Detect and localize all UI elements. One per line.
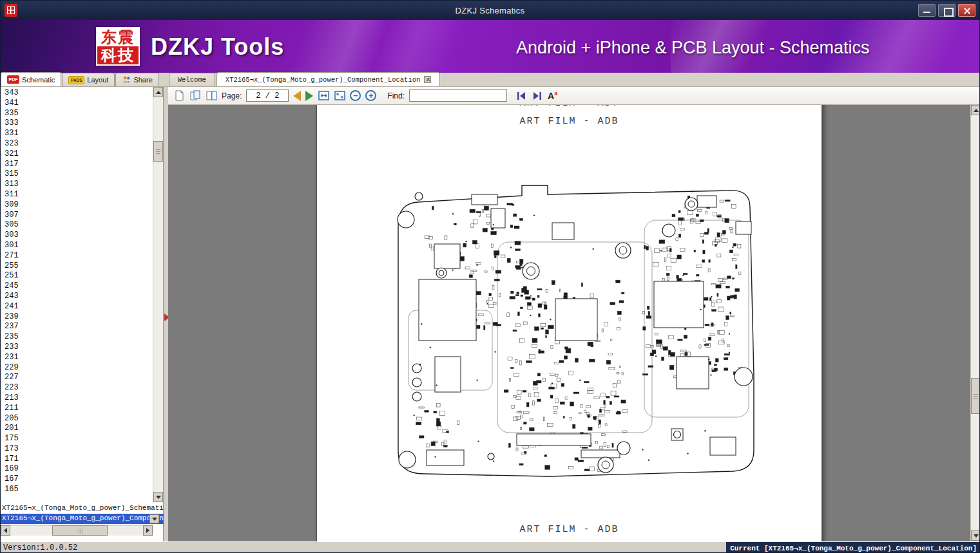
dzkj-logo: 东震 科技: [96, 27, 140, 66]
fit-width-icon[interactable]: [318, 90, 329, 102]
page-list-item[interactable]: 305: [1, 220, 153, 230]
page-list-item[interactable]: 323: [1, 139, 153, 149]
scrollbar-thumb[interactable]: [52, 525, 108, 536]
pdf-scrollbar[interactable]: [970, 105, 980, 541]
page-list-item[interactable]: 271: [1, 251, 153, 261]
page-list-item[interactable]: 205: [1, 414, 153, 424]
single-page-icon[interactable]: [173, 90, 185, 102]
thumb-grip-icon: [77, 529, 82, 534]
page-heading-clipped: ART FILM - ADT: [317, 105, 821, 109]
page-list-item[interactable]: 321: [1, 149, 153, 160]
text-size-icon[interactable]: Aa: [548, 91, 557, 100]
tab-component-location[interactable]: XT2165¬x_(Tonga_Moto_g_power)_Component_…: [216, 72, 440, 86]
scrollbar-thumb[interactable]: [153, 141, 163, 162]
next-page-icon[interactable]: [305, 91, 313, 101]
page-list-item[interactable]: 255: [1, 261, 153, 272]
find-input[interactable]: [409, 89, 507, 102]
find-previous-icon[interactable]: [515, 90, 527, 102]
arrow-left-icon: [1, 528, 7, 533]
zoom-in-icon[interactable]: +: [365, 90, 376, 101]
prev-page-icon[interactable]: [293, 91, 301, 101]
page-list-item[interactable]: 245: [1, 281, 153, 292]
page-list-item[interactable]: 237: [1, 322, 153, 332]
page-list-item[interactable]: 311: [1, 190, 153, 200]
page-list-item[interactable]: 313: [1, 180, 153, 190]
scroll-up-button[interactable]: [153, 87, 163, 97]
page-list-item[interactable]: 201: [1, 424, 153, 434]
tab-schematic[interactable]: PDF Schematic: [1, 72, 61, 86]
facing-pages-icon[interactable]: [206, 90, 217, 102]
page-list-item[interactable]: 335: [1, 109, 153, 119]
tab-schematic-label: Schematic: [22, 76, 55, 84]
page-list-item[interactable]: 301: [1, 241, 153, 251]
scrollbar-thumb[interactable]: [971, 378, 980, 414]
scroll-down-button[interactable]: [153, 492, 163, 502]
page-list-item[interactable]: 235: [1, 332, 153, 342]
app-window: DZKJ Schematics 东震 科技 DZKJ Tools Android…: [0, 0, 980, 553]
zoom-out-icon[interactable]: −: [350, 90, 361, 101]
page-list-item[interactable]: 239: [1, 312, 153, 323]
arrow-up-icon: [156, 88, 161, 94]
page-list-item[interactable]: 243: [1, 292, 153, 302]
page-list-item[interactable]: 333: [1, 118, 153, 129]
status-bar: Version:1.0.0.52 Current [XT2165¬x_(Tong…: [1, 541, 979, 553]
page-list-item[interactable]: 303: [1, 230, 153, 241]
page-input[interactable]: [246, 89, 289, 102]
banner-tagline: Android + iPhone & PCB Layout - Schemati…: [516, 38, 870, 58]
chevron-down-icon: [152, 518, 157, 523]
tab-share[interactable]: Share: [115, 73, 159, 86]
window-title: DZKJ Schematics: [1, 6, 979, 15]
page-list-item[interactable]: 343: [1, 88, 153, 98]
document-tab-strip: Welcome XT2165¬x_(Tonga_Moto_g_power)_Co…: [169, 72, 442, 86]
find-label: Find:: [387, 91, 405, 100]
pcb-board-diagram: [388, 183, 762, 485]
tab-welcome[interactable]: Welcome: [169, 73, 215, 86]
page-list-item[interactable]: 165: [1, 485, 153, 495]
page-list-item[interactable]: 309: [1, 200, 153, 211]
maximize-button[interactable]: [938, 4, 956, 17]
share-icon: [122, 75, 131, 85]
pdf-content: Page: − + Find:: [168, 87, 980, 541]
scroll-right-button[interactable]: [143, 525, 153, 536]
page-list-item[interactable]: 223: [1, 383, 153, 393]
brand-title: DZKJ Tools: [151, 33, 284, 61]
page-list-item[interactable]: 315: [1, 169, 153, 180]
page-list-item[interactable]: 317: [1, 160, 153, 170]
page-list-item[interactable]: 251: [1, 271, 153, 281]
document-list-item-selected[interactable]: XT2165¬x_(Tonga_Moto_g_power)_Componen: [1, 514, 164, 524]
page-list-item[interactable]: 167: [1, 474, 153, 485]
page-list-item[interactable]: 341: [1, 98, 153, 109]
page-list-item[interactable]: 231: [1, 353, 153, 363]
fit-page-icon[interactable]: [334, 90, 345, 102]
page-list-item[interactable]: 241: [1, 302, 153, 312]
minimize-button[interactable]: [918, 4, 936, 17]
pages-overlap-icon[interactable]: [189, 90, 201, 102]
page-list-item[interactable]: 233: [1, 342, 153, 353]
page-list-item[interactable]: 171: [1, 455, 153, 465]
find-next-icon[interactable]: [532, 90, 543, 102]
sidebar-horizontal-scrollbar[interactable]: [1, 525, 153, 536]
scroll-down-button[interactable]: [971, 530, 980, 541]
tab-layout[interactable]: PADS Layout: [62, 73, 115, 86]
sidebar-scrollbar[interactable]: [153, 87, 163, 502]
page-list-item[interactable]: 307: [1, 211, 153, 221]
page-list-item[interactable]: 173: [1, 444, 153, 455]
document-list-item[interactable]: XT2165¬x_(Tonga_Moto_g_power)_Schemati: [1, 503, 164, 514]
page-list-item[interactable]: 169: [1, 464, 153, 474]
scroll-up-button[interactable]: [971, 105, 980, 115]
page-list-item[interactable]: 331: [1, 129, 153, 139]
header-banner: 东震 科技 DZKJ Tools Android + iPhone & PCB …: [1, 20, 979, 73]
pdf-viewport[interactable]: ART FILM - ADT ART FILM - ADB ART FILM -…: [168, 105, 970, 541]
page-list-item[interactable]: 211: [1, 404, 153, 414]
document-dropdown-button[interactable]: [149, 514, 159, 523]
page-number-sidebar: 3433413353333313233213173153133113093073…: [1, 87, 164, 541]
page-list-item[interactable]: 227: [1, 373, 153, 383]
pdf-toolbar: Page: − + Find:: [168, 87, 980, 105]
page-list-item[interactable]: 175: [1, 434, 153, 444]
tab-layout-label: Layout: [87, 76, 108, 84]
scroll-left-button[interactable]: [1, 525, 10, 536]
close-button[interactable]: [958, 4, 975, 17]
page-list-item[interactable]: 213: [1, 393, 153, 404]
tab-close-icon[interactable]: [424, 76, 431, 83]
page-list-item[interactable]: 229: [1, 363, 153, 373]
